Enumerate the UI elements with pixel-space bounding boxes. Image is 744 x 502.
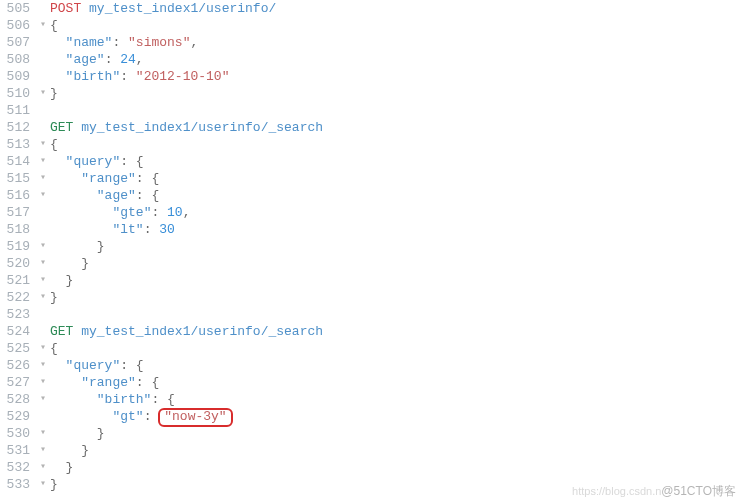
- fold-marker[interactable]: ▾: [36, 476, 50, 493]
- code-line[interactable]: "name": "simons",: [50, 34, 744, 51]
- code-line[interactable]: "age": {: [50, 187, 744, 204]
- highlighted-value: "now-3y": [158, 408, 232, 427]
- fold-marker[interactable]: ▾: [36, 170, 50, 187]
- code-line[interactable]: "query": {: [50, 153, 744, 170]
- code-area[interactable]: POST my_test_index1/userinfo/{ "name": "…: [50, 0, 744, 502]
- code-line[interactable]: POST my_test_index1/userinfo/: [50, 0, 744, 17]
- fold-marker[interactable]: ▾: [36, 289, 50, 306]
- get-method: GET: [50, 324, 73, 339]
- code-line[interactable]: "birth": {: [50, 391, 744, 408]
- line-number: 526: [0, 357, 30, 374]
- line-number-gutter: 5055065075085095105115125135145155165175…: [0, 0, 36, 502]
- fold-marker[interactable]: ▾: [36, 85, 50, 102]
- line-number: 529: [0, 408, 30, 425]
- line-number: 530: [0, 425, 30, 442]
- fold-marker[interactable]: [36, 204, 50, 221]
- fold-marker[interactable]: ▾: [36, 153, 50, 170]
- fold-marker[interactable]: [36, 119, 50, 136]
- line-number: 523: [0, 306, 30, 323]
- code-line[interactable]: }: [50, 238, 744, 255]
- line-number: 521: [0, 272, 30, 289]
- get-method: GET: [50, 120, 73, 135]
- code-line[interactable]: }: [50, 425, 744, 442]
- line-number: 508: [0, 51, 30, 68]
- fold-marker[interactable]: [36, 306, 50, 323]
- code-line[interactable]: "range": {: [50, 170, 744, 187]
- code-line[interactable]: GET my_test_index1/userinfo/_search: [50, 119, 744, 136]
- line-number: 517: [0, 204, 30, 221]
- code-line[interactable]: }: [50, 476, 744, 493]
- line-number: 528: [0, 391, 30, 408]
- code-line[interactable]: }: [50, 289, 744, 306]
- code-line[interactable]: }: [50, 459, 744, 476]
- code-line[interactable]: {: [50, 340, 744, 357]
- line-number: 518: [0, 221, 30, 238]
- fold-marker[interactable]: ▾: [36, 272, 50, 289]
- line-number: 511: [0, 102, 30, 119]
- fold-marker[interactable]: ▾: [36, 136, 50, 153]
- fold-marker[interactable]: ▾: [36, 357, 50, 374]
- fold-marker[interactable]: ▾: [36, 391, 50, 408]
- fold-marker[interactable]: [36, 0, 50, 17]
- line-number: 506: [0, 17, 30, 34]
- code-line[interactable]: }: [50, 85, 744, 102]
- fold-marker[interactable]: ▾: [36, 187, 50, 204]
- code-line[interactable]: "birth": "2012-10-10": [50, 68, 744, 85]
- code-line[interactable]: }: [50, 255, 744, 272]
- code-line[interactable]: }: [50, 272, 744, 289]
- fold-marker[interactable]: ▾: [36, 238, 50, 255]
- fold-marker[interactable]: ▾: [36, 255, 50, 272]
- line-number: 513: [0, 136, 30, 153]
- fold-marker[interactable]: [36, 102, 50, 119]
- line-number: 505: [0, 0, 30, 17]
- line-number: 525: [0, 340, 30, 357]
- fold-marker[interactable]: ▾: [36, 425, 50, 442]
- post-method: POST: [50, 1, 81, 16]
- code-line[interactable]: {: [50, 136, 744, 153]
- line-number: 527: [0, 374, 30, 391]
- code-line[interactable]: [50, 102, 744, 119]
- code-line[interactable]: {: [50, 17, 744, 34]
- endpoint-path: my_test_index1/userinfo/: [89, 1, 276, 16]
- line-number: 515: [0, 170, 30, 187]
- fold-marker[interactable]: ▾: [36, 459, 50, 476]
- fold-marker[interactable]: ▾: [36, 17, 50, 34]
- line-number: 510: [0, 85, 30, 102]
- line-number: 522: [0, 289, 30, 306]
- fold-marker[interactable]: ▾: [36, 442, 50, 459]
- fold-marker[interactable]: [36, 408, 50, 425]
- code-line[interactable]: "age": 24,: [50, 51, 744, 68]
- code-line[interactable]: "gt": "now-3y": [50, 408, 744, 425]
- line-number: 514: [0, 153, 30, 170]
- fold-marker[interactable]: [36, 221, 50, 238]
- line-number: 532: [0, 459, 30, 476]
- code-line[interactable]: "range": {: [50, 374, 744, 391]
- code-line[interactable]: [50, 306, 744, 323]
- fold-marker[interactable]: [36, 68, 50, 85]
- line-number: 524: [0, 323, 30, 340]
- line-number: 519: [0, 238, 30, 255]
- line-number: 516: [0, 187, 30, 204]
- fold-gutter: ▾▾▾▾▾▾▾▾▾▾▾▾▾▾▾▾▾▾: [36, 0, 50, 502]
- line-number: 531: [0, 442, 30, 459]
- line-number: 533: [0, 476, 30, 493]
- fold-marker[interactable]: [36, 51, 50, 68]
- code-line[interactable]: GET my_test_index1/userinfo/_search: [50, 323, 744, 340]
- fold-marker[interactable]: [36, 34, 50, 51]
- code-line[interactable]: }: [50, 442, 744, 459]
- line-number: 507: [0, 34, 30, 51]
- line-number: 512: [0, 119, 30, 136]
- endpoint-path: my_test_index1/userinfo/_search: [81, 120, 323, 135]
- fold-marker[interactable]: ▾: [36, 374, 50, 391]
- line-number: 520: [0, 255, 30, 272]
- fold-marker[interactable]: [36, 323, 50, 340]
- code-line[interactable]: "query": {: [50, 357, 744, 374]
- endpoint-path: my_test_index1/userinfo/_search: [81, 324, 323, 339]
- line-number: 509: [0, 68, 30, 85]
- code-line[interactable]: "gte": 10,: [50, 204, 744, 221]
- code-line[interactable]: "lt": 30: [50, 221, 744, 238]
- code-editor[interactable]: 5055065075085095105115125135145155165175…: [0, 0, 744, 502]
- fold-marker[interactable]: ▾: [36, 340, 50, 357]
